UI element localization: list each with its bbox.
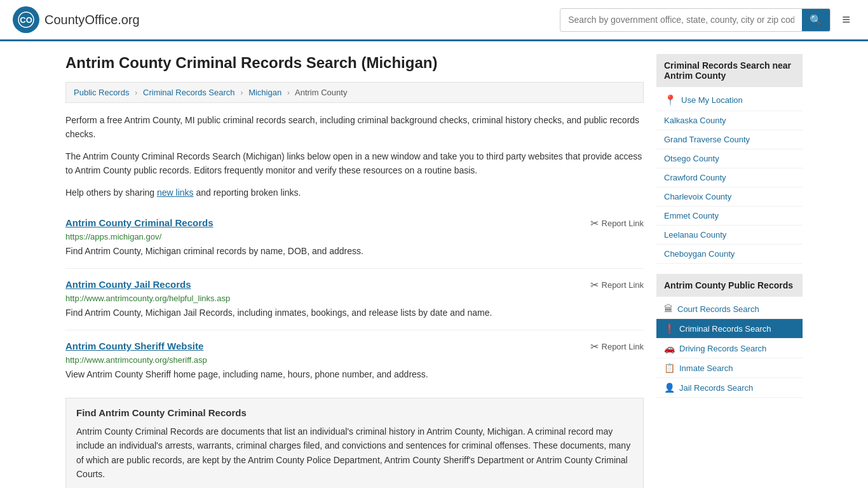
description-para3: Help others by sharing new links and rep…: [65, 186, 644, 200]
use-location-link[interactable]: Use My Location: [681, 95, 743, 105]
hamburger-menu-icon[interactable]: ≡: [837, 9, 855, 30]
county-link-5[interactable]: Emmet County: [664, 211, 719, 220]
record-entry: Antrim County Jail Records ✂ Report Link…: [65, 269, 644, 330]
description-para1: Perform a free Antrim County, MI public …: [65, 113, 644, 142]
sidebar: Criminal Records Search near Antrim Coun…: [656, 54, 803, 488]
sidebar-county-3[interactable]: Crawford County: [656, 168, 803, 187]
record-url-2[interactable]: http://www.antrimcounty.org/sheriff.asp: [65, 355, 644, 365]
breadcrumb-criminal-records[interactable]: Criminal Records Search: [143, 88, 235, 97]
report-icon-0: ✂: [590, 217, 599, 229]
pr-icon-2: 🚗: [664, 343, 675, 353]
sidebar-pr-item-3[interactable]: 📋 Inmate Search: [656, 358, 803, 378]
county-link-1[interactable]: Grand Traverse County: [664, 135, 750, 144]
header-right: 🔍 ≡: [560, 8, 855, 32]
county-link-0[interactable]: Kalkaska County: [664, 116, 726, 125]
pr-icon-3: 📋: [664, 363, 675, 373]
sidebar-public-records-section: Antrim County Public Records 🏛 Court Rec…: [656, 274, 803, 398]
description-para2: The Antrim County Criminal Records Searc…: [65, 149, 644, 178]
report-label-0: Report Link: [602, 219, 644, 228]
report-link-1[interactable]: ✂ Report Link: [590, 279, 644, 291]
public-records-container: 🏛 Court Records Search ❗ Criminal Record…: [656, 299, 803, 398]
county-link-2[interactable]: Otsego County: [664, 154, 719, 163]
find-section-desc: Antrim County Criminal Records are docum…: [76, 424, 633, 482]
pr-link-1[interactable]: Criminal Records Search: [679, 324, 771, 334]
sidebar-county-1[interactable]: Grand Traverse County: [656, 130, 803, 149]
sidebar-pr-item-0[interactable]: 🏛 Court Records Search: [656, 299, 803, 319]
breadcrumb-public-records[interactable]: Public Records: [74, 88, 129, 97]
breadcrumb: Public Records › Criminal Records Search…: [65, 82, 644, 103]
find-section: Find Antrim County Criminal Records Antr…: [65, 398, 644, 488]
svg-text:CO: CO: [20, 15, 32, 25]
breadcrumb-sep-2: ›: [240, 88, 243, 97]
nearby-counties-container: Kalkaska CountyGrand Traverse CountyOtse…: [656, 111, 803, 264]
desc-para3-post: and reporting broken links.: [194, 187, 301, 198]
record-entry: Antrim County Sheriff Website ✂ Report L…: [65, 330, 644, 391]
record-entry: Antrim County Criminal Records ✂ Report …: [65, 207, 644, 269]
main-content: Antrim County Criminal Records Search (M…: [65, 54, 644, 488]
breadcrumb-current: Antrim County: [295, 88, 347, 97]
record-desc-2: View Antrim County Sheriff home page, in…: [65, 368, 644, 381]
header: CO CountyOffice.org 🔍 ≡: [0, 0, 868, 41]
pr-link-3[interactable]: Inmate Search: [679, 363, 733, 373]
logo-icon: CO: [13, 6, 39, 33]
report-link-0[interactable]: ✂ Report Link: [590, 217, 644, 229]
record-desc-1: Find Antrim County, Michigan Jail Record…: [65, 306, 644, 320]
pr-icon-0: 🏛: [664, 304, 673, 314]
report-icon-1: ✂: [590, 279, 599, 291]
search-button[interactable]: 🔍: [802, 9, 830, 31]
records-container: Antrim County Criminal Records ✂ Report …: [65, 207, 644, 391]
sidebar-county-4[interactable]: Charlevoix County: [656, 187, 803, 207]
sidebar-county-5[interactable]: Emmet County: [656, 207, 803, 226]
desc-para3-pre: Help others by sharing: [65, 187, 157, 198]
sidebar-nearby-section: Criminal Records Search near Antrim Coun…: [656, 54, 803, 264]
sidebar-public-records-header: Antrim County Public Records: [656, 274, 803, 297]
record-title-0[interactable]: Antrim County Criminal Records: [65, 217, 214, 228]
report-label-2: Report Link: [602, 342, 644, 351]
breadcrumb-michigan[interactable]: Michigan: [248, 88, 281, 97]
search-input[interactable]: [560, 10, 802, 30]
breadcrumb-sep-1: ›: [135, 88, 137, 97]
sidebar-county-6[interactable]: Leelanau County: [656, 226, 803, 245]
sidebar-pr-item-4[interactable]: 👤 Jail Records Search: [656, 378, 803, 398]
new-links-link[interactable]: new links: [157, 187, 194, 198]
record-title-2[interactable]: Antrim County Sheriff Website: [65, 341, 203, 351]
record-desc-0: Find Antrim County, Michigan criminal re…: [65, 245, 644, 258]
pr-link-4[interactable]: Jail Records Search: [679, 383, 753, 393]
pr-link-0[interactable]: Court Records Search: [677, 304, 759, 314]
breadcrumb-sep-3: ›: [287, 88, 290, 97]
record-title-1[interactable]: Antrim County Jail Records: [65, 279, 191, 290]
record-header: Antrim County Sheriff Website ✂ Report L…: [65, 341, 644, 353]
sidebar-county-2[interactable]: Otsego County: [656, 149, 803, 168]
logo-office: Office.org: [85, 13, 139, 27]
county-link-4[interactable]: Charlevoix County: [664, 192, 731, 201]
record-url-0[interactable]: https://apps.michigan.gov/: [65, 232, 644, 241]
location-icon: 📍: [664, 94, 677, 106]
pr-icon-1: ❗: [664, 323, 675, 334]
sidebar-pr-item-1[interactable]: ❗ Criminal Records Search: [656, 319, 803, 339]
pr-icon-4: 👤: [664, 383, 675, 393]
sidebar-county-7[interactable]: Cheboygan County: [656, 245, 803, 264]
pr-link-2[interactable]: Driving Records Search: [679, 344, 766, 353]
logo-area: CO CountyOffice.org: [13, 6, 140, 33]
county-link-3[interactable]: Crawford County: [664, 173, 726, 182]
logo-county: County: [44, 13, 85, 27]
main-container: Antrim County Criminal Records Search (M…: [53, 41, 815, 488]
record-header: Antrim County Criminal Records ✂ Report …: [65, 217, 644, 229]
sidebar-nearby-header: Criminal Records Search near Antrim Coun…: [656, 54, 803, 87]
find-section-title: Find Antrim County Criminal Records: [76, 407, 633, 418]
page-title: Antrim County Criminal Records Search (M…: [65, 54, 644, 72]
search-bar: 🔍: [560, 8, 831, 32]
record-url-1[interactable]: http://www.antrimcounty.org/helpful_link…: [65, 294, 644, 303]
logo-text: CountyOffice.org: [44, 13, 140, 27]
report-label-1: Report Link: [602, 280, 644, 290]
county-link-7[interactable]: Cheboygan County: [664, 249, 735, 259]
report-link-2[interactable]: ✂ Report Link: [590, 341, 644, 353]
report-icon-2: ✂: [590, 341, 599, 353]
county-link-6[interactable]: Leelanau County: [664, 230, 726, 240]
sidebar-use-location[interactable]: 📍 Use My Location: [656, 90, 803, 111]
sidebar-county-0[interactable]: Kalkaska County: [656, 111, 803, 130]
record-header: Antrim County Jail Records ✂ Report Link: [65, 279, 644, 291]
sidebar-pr-item-2[interactable]: 🚗 Driving Records Search: [656, 339, 803, 358]
